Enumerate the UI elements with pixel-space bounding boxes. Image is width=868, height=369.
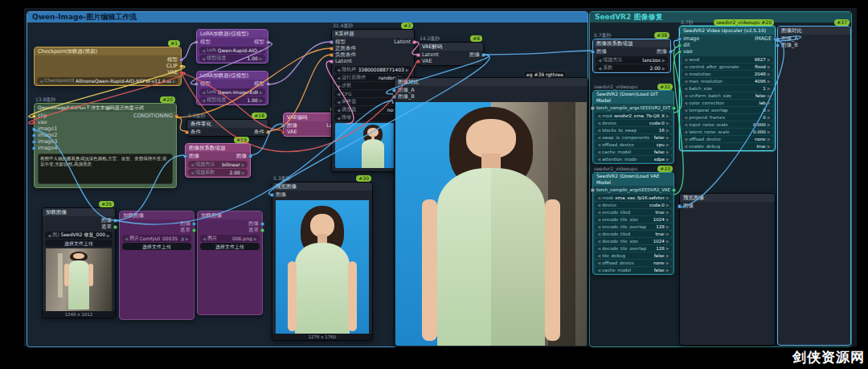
left-arrow-icon[interactable]: ◀: [597, 224, 600, 229]
input-port[interactable]: 图像_B: [780, 43, 798, 48]
widget-row[interactable]: ◀blocks_to_swap16▶: [595, 127, 672, 133]
left-arrow-icon[interactable]: ◀: [202, 48, 205, 53]
upload-button[interactable]: 选择文件上传: [45, 240, 113, 247]
left-arrow-icon[interactable]: ◀: [597, 239, 600, 244]
widget-row[interactable]: ◀seed8627▶: [682, 56, 773, 63]
left-arrow-icon[interactable]: ◀: [202, 56, 205, 61]
output-port[interactable]: Latent: [394, 39, 412, 45]
left-arrow-icon[interactable]: ◀: [190, 162, 194, 167]
port-dot[interactable]: [248, 154, 252, 158]
widget-row[interactable]: ◀缩放系数2.00▶: [188, 169, 248, 176]
node-load-image-bypassed-1[interactable]: 加载图像 图像遮罩 ◀图片ComfyUI_00035_.png▶ 选择文件上传: [119, 211, 194, 320]
compare-image[interactable]: [395, 102, 587, 346]
left-arrow-icon[interactable]: ◀: [684, 86, 687, 91]
right-arrow-icon[interactable]: ▶: [107, 233, 110, 238]
node-image-compare-right[interactable]: #37 图像对比 图像_A图像_B: [777, 26, 851, 346]
node-conditioning-zero-out[interactable]: 0.0毫秒 #18 条件零化 条件 条件: [186, 119, 268, 137]
left-arrow-icon[interactable]: ◀: [337, 76, 340, 80]
right-arrow-icon[interactable]: ▶: [666, 121, 669, 125]
port-dot[interactable]: [281, 130, 285, 134]
output-port[interactable]: 图像: [180, 221, 192, 227]
node-title[interactable]: QwenImageEditPlus干净文本编码器正向提示词: [35, 104, 176, 112]
right-arrow-icon[interactable]: ▶: [768, 115, 771, 120]
widget-row[interactable]: ◀enable_debugtrue▶: [682, 143, 773, 150]
output-port[interactable]: IMAGE: [755, 36, 773, 42]
widget-row[interactable]: ◀encode_tiledtrue▶: [595, 209, 672, 215]
port-dot[interactable]: [678, 43, 682, 47]
widget-row[interactable]: ◀系数2.00▶: [596, 64, 668, 72]
input-port[interactable]: VAE: [285, 129, 297, 135]
input-port[interactable]: image3: [36, 139, 57, 145]
widget-row[interactable]: ◀offload_devicenone▶: [682, 136, 773, 142]
widget-row[interactable]: ◀LoRA名称Qwen-Rapid-AIO-Lightning.safetens…: [199, 47, 265, 54]
left-arrow-icon[interactable]: ◀: [684, 57, 687, 62]
right-arrow-icon[interactable]: ▶: [662, 66, 665, 71]
widget-row[interactable]: ◀uniform_batch_sizefalse▶: [682, 92, 773, 99]
node-checkpoint-loader[interactable]: #1 Checkpoint加载器(简易) 模型CLIPVAE ◀Checkpoi…: [34, 47, 182, 86]
port-dot[interactable]: [330, 53, 334, 57]
left-arrow-icon[interactable]: ◀: [337, 108, 340, 113]
left-arrow-icon[interactable]: ◀: [597, 142, 600, 147]
right-arrow-icon[interactable]: ▶: [173, 79, 176, 84]
port-dot[interactable]: [260, 222, 264, 226]
left-arrow-icon[interactable]: ◀: [684, 79, 687, 84]
port-dot[interactable]: [266, 82, 270, 86]
widget-row[interactable]: ◀swap_io_componentsfalse▶: [595, 134, 672, 141]
node-seedvr2-upscaler[interactable]: 0.7秒 seedvr2_videoups #20 SeedVR2 Video …: [679, 26, 776, 151]
left-arrow-icon[interactable]: ◀: [597, 268, 600, 273]
node-lora-loader-2[interactable]: LoRA加载器(仅模型) 模型 模型 ◀LoRA名称Qwen-Image-Edi…: [196, 71, 268, 105]
port-dot[interactable]: [183, 154, 187, 158]
widget-row[interactable]: ◀图片ComfyUI_00035_.png▶: [122, 235, 191, 242]
right-arrow-icon[interactable]: ▶: [406, 68, 409, 72]
port-dot[interactable]: [591, 188, 595, 192]
left-arrow-icon[interactable]: ◀: [598, 58, 601, 63]
right-arrow-icon[interactable]: ▶: [666, 224, 669, 229]
widget-row[interactable]: ◀control_after_generatefixed▶: [682, 64, 773, 70]
output-port[interactable]: 图像: [248, 221, 260, 227]
node-title[interactable]: 加载图像: [120, 211, 194, 219]
left-arrow-icon[interactable]: ◀: [597, 210, 600, 215]
widget-row[interactable]: ◀modelema_vae_fp16.safetensors▶: [595, 195, 672, 201]
output-port[interactable]: 图像: [101, 218, 113, 223]
port-dot[interactable]: [192, 228, 196, 232]
widget-row[interactable]: ◀offload_devicecpu▶: [595, 141, 672, 148]
widget-row[interactable]: ◀decode_tiledtrue▶: [595, 231, 672, 237]
node-title[interactable]: SeedVR2 (Down)Load DiT Model: [593, 91, 674, 104]
input-port[interactable]: 图像_A: [780, 36, 798, 42]
port-dot[interactable]: [776, 43, 780, 47]
input-port[interactable]: VAE: [420, 59, 439, 64]
port-dot[interactable]: [678, 204, 682, 208]
port-dot[interactable]: [392, 88, 396, 92]
right-arrow-icon[interactable]: ▶: [768, 64, 771, 69]
node-load-image[interactable]: #35 加载图像 图像遮罩 ◀图片SeedVR2 修复_00075_.png▶ …: [42, 207, 116, 318]
port-dot[interactable]: [32, 121, 36, 125]
right-arrow-icon[interactable]: ▶: [666, 203, 669, 207]
left-arrow-icon[interactable]: ◀: [47, 233, 51, 238]
right-arrow-icon[interactable]: ▶: [666, 217, 669, 222]
node-seedvr2-dit-loader[interactable]: seedvr2_videoups #32 SeedVR2 (Down)Load …: [592, 90, 674, 164]
widget-row[interactable]: ◀模型强度1.00▶: [199, 96, 265, 104]
widget-row[interactable]: ◀decode_tile_overlap128▶: [595, 245, 672, 252]
port-dot[interactable]: [32, 146, 36, 150]
input-port[interactable]: 模型: [199, 81, 211, 87]
node-title[interactable]: SeedVR2 Video Upscaler (v2.5.10): [680, 27, 775, 35]
output-port[interactable]: 模型: [254, 81, 266, 87]
left-arrow-icon[interactable]: ◀: [597, 246, 600, 251]
left-arrow-icon[interactable]: ◀: [597, 260, 600, 265]
node-title[interactable]: 图像按系数缩放: [186, 144, 250, 152]
widget-row[interactable]: ◀temporal_overlap0▶: [682, 107, 773, 113]
widget-row[interactable]: ◀max_resolution4096▶: [682, 78, 773, 84]
port-dot[interactable]: [330, 47, 334, 51]
input-port[interactable]: dit: [682, 43, 699, 48]
input-port[interactable]: 正面条件: [334, 46, 356, 51]
left-arrow-icon[interactable]: ◀: [337, 100, 340, 105]
right-arrow-icon[interactable]: ▶: [260, 98, 263, 103]
input-port[interactable]: 图像: [285, 123, 297, 129]
widget-row[interactable]: ◀图片006.png▶: [200, 235, 260, 242]
right-arrow-icon[interactable]: ▶: [768, 129, 771, 134]
output-port[interactable]: 遮罩: [101, 224, 113, 230]
node-text-encoder-positive[interactable]: 13.8毫秒 #20 QwenImageEditPlus干净文本编码器正向提示词…: [34, 103, 177, 188]
right-arrow-icon[interactable]: ▶: [666, 239, 669, 244]
upload-button[interactable]: 选择文件上传: [122, 243, 191, 250]
port-dot[interactable]: [392, 95, 396, 99]
